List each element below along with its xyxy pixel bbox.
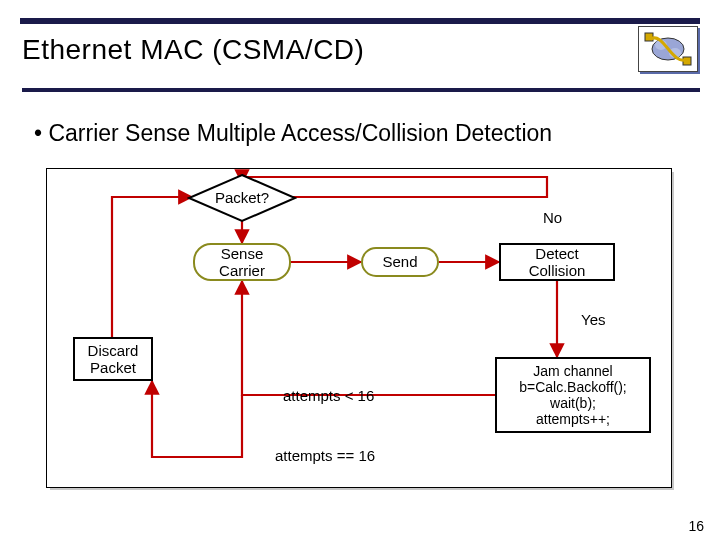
label-yes: Yes	[581, 311, 605, 328]
accent-rule-mid	[22, 88, 700, 92]
diagram-frame: Packet? Sense Carrier Send Detect Collis…	[46, 168, 672, 488]
bullet-text: • Carrier Sense Multiple Access/Collisio…	[34, 120, 552, 147]
node-detect-collision: Detect Collision	[499, 243, 615, 281]
node-sense-carrier: Sense Carrier	[193, 243, 291, 281]
label-attempts-eq: attempts == 16	[275, 447, 375, 464]
label-no: No	[543, 209, 562, 226]
node-send: Send	[361, 247, 439, 277]
arrows-layer	[47, 169, 671, 487]
logo-icon	[638, 26, 698, 72]
label-attempts-lt: attempts < 16	[283, 387, 374, 404]
svg-text:Packet?: Packet?	[215, 189, 269, 206]
bullet-content: Carrier Sense Multiple Access/Collision …	[48, 120, 552, 146]
node-packet: Packet?	[187, 173, 297, 223]
accent-rule-top	[20, 18, 700, 24]
node-jam-backoff: Jam channel b=Calc.Backoff(); wait(b); a…	[495, 357, 651, 433]
page-number: 16	[688, 518, 704, 534]
node-discard-packet: Discard Packet	[73, 337, 153, 381]
slide-title: Ethernet MAC (CSMA/CD)	[22, 34, 364, 66]
